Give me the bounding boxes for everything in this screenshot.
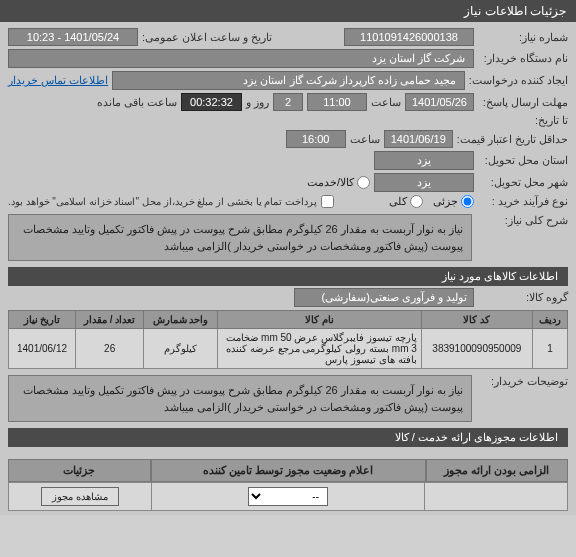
requester-label: ایجاد کننده درخواست: [469, 74, 568, 87]
send-deadline-label: مهلت ارسال پاسخ: [478, 96, 568, 109]
announce-field: 1401/05/24 - 10:23 [8, 28, 138, 46]
status-col1: الزامی بودن ارائه مجوز [426, 459, 569, 482]
cell-qty: 26 [75, 329, 143, 369]
validity-date: 1401/06/19 [384, 130, 453, 148]
validity-time: 16:00 [286, 130, 346, 148]
buyer-notes-box: نیاز به نوار آربست به مقدار 26 کیلوگرم م… [8, 375, 472, 422]
cell-unit: کیلوگرم [144, 329, 217, 369]
page-header: جزئیات اطلاعات نیاز [0, 0, 576, 22]
validity-label: حداقل تاریخ اعتبار قیمت: [457, 133, 568, 146]
status-cell-button: مشاهده مجوز [9, 483, 151, 510]
col-qty: تعداد / مقدار [75, 311, 143, 329]
buyer-field: شرکت گاز استان یزد [8, 49, 474, 68]
radio-goods[interactable] [357, 176, 370, 189]
city-label: شهر محل تحویل: [478, 176, 568, 189]
radio-partial-label: جزئی [433, 195, 458, 208]
send-deadline-time: 11:00 [307, 93, 367, 111]
process-radio-group: جزئی کلی [389, 195, 474, 208]
col-row: ردیف [532, 311, 567, 329]
cell-name: پارچه تیسوز فایبرگلاس عرض 50 mm ضخامت 3 … [217, 329, 421, 369]
radio-partial[interactable] [461, 195, 474, 208]
announce-label: تاریخ و ساعت اعلان عمومی: [142, 31, 272, 44]
day-label: روز و [246, 96, 269, 109]
table-row: 1 3839100090950009 پارچه تیسوز فایبرگلاس… [9, 329, 568, 369]
status-row: -- مشاهده مجوز [8, 482, 568, 511]
group-field: تولید و فرآوری صنعتی(سفارشی) [294, 288, 474, 307]
countdown-timer: 00:32:32 [181, 93, 242, 111]
status-section: الزامی بودن ارائه مجوز اعلام وضعیت مجوز … [0, 455, 576, 515]
need-no-label: شماره نیاز: [478, 31, 568, 44]
cell-row: 1 [532, 329, 567, 369]
time-label-1: ساعت [371, 96, 401, 109]
group-label: گروه کالا: [478, 291, 568, 304]
time-label-2: ساعت [350, 133, 380, 146]
contact-link[interactable]: اطلاعات تماس خریدار [8, 74, 108, 87]
page-title: جزئیات اطلاعات نیاز [464, 4, 566, 18]
col-date: تاریخ نیاز [9, 311, 76, 329]
need-no-field: 1101091426000138 [344, 28, 474, 46]
city-field: یزد [374, 173, 474, 192]
buyer-notes-label: توضیحات خریدار: [478, 375, 568, 388]
status-col2: اعلام وضعیت مجوز توسط تامین کننده [151, 459, 426, 482]
col-code: کد کالا [421, 311, 532, 329]
process-label: نوع فرآیند خرید : [478, 195, 568, 208]
send-deadline-date: 1401/05/26 [405, 93, 474, 111]
province-field: یزد [374, 151, 474, 170]
status-cell-mandatory [424, 483, 567, 510]
col-unit: واحد شمارش [144, 311, 217, 329]
cell-code: 3839100090950009 [421, 329, 532, 369]
radio-full[interactable] [410, 195, 423, 208]
items-header: اطلاعات کالاهای مورد نیاز [8, 267, 568, 286]
status-cell-select: -- [151, 483, 424, 510]
permits-header: اطلاعات مجوزهای ارائه خدمت / کالا [8, 428, 568, 447]
day-value: 2 [273, 93, 303, 111]
col-name: نام کالا [217, 311, 421, 329]
requester-field: مجید حمامی زاده کارپرداز شرکت گاز استان … [112, 71, 465, 90]
status-select[interactable]: -- [248, 487, 328, 506]
remain-label: ساعت باقی مانده [97, 96, 177, 109]
summary-label: شرح کلی نیاز: [478, 214, 568, 227]
province-label: استان محل تحویل: [478, 154, 568, 167]
cell-date: 1401/06/12 [9, 329, 76, 369]
form-area: شماره نیاز: 1101091426000138 تاریخ و ساع… [0, 22, 576, 455]
radio-goods-label: کالا/خدمت [307, 176, 354, 189]
items-table: ردیف کد کالا نام کالا واحد شمارش تعداد /… [8, 310, 568, 369]
summary-box: نیاز به نوار آربست به مقدار 26 کیلوگرم م… [8, 214, 472, 261]
until-label: تا تاریخ: [478, 114, 568, 127]
radio-full-label: کلی [389, 195, 407, 208]
view-permit-button[interactable]: مشاهده مجوز [41, 487, 119, 506]
treasury-checkbox[interactable] [321, 195, 334, 208]
payment-note: پرداخت تمام یا بخشی از مبلغ خرید،از محل … [8, 196, 317, 207]
status-col3: جزئیات [8, 459, 151, 482]
buyer-label: نام دستگاه خریدار: [478, 52, 568, 65]
goods-service-group: کالا/خدمت [307, 176, 370, 189]
